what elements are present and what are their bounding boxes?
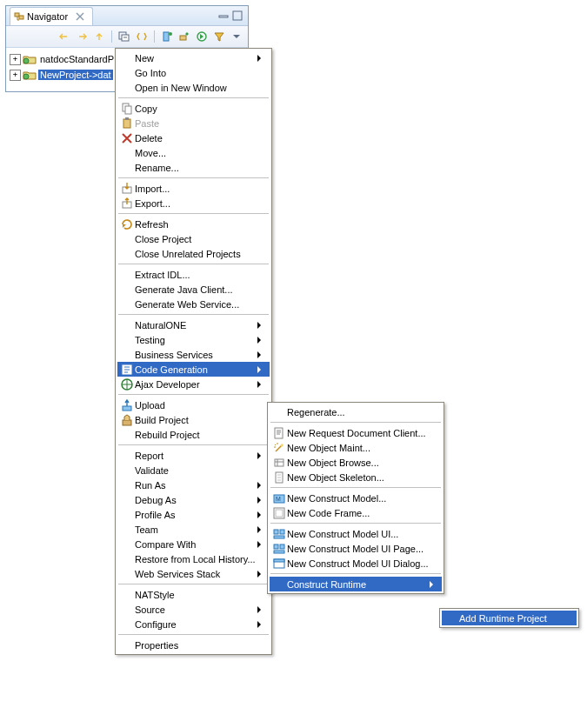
up-icon[interactable]: [91, 29, 107, 44]
expander-icon[interactable]: +: [10, 70, 21, 81]
menu-item-extract-idl[interactable]: Extract IDL...: [117, 267, 270, 282]
delete-icon: [119, 131, 135, 145]
codegen-item-new-object-skeleton[interactable]: New Object Skeleton...: [270, 470, 442, 484]
svg-rect-0: [15, 13, 19, 17]
menu-item-rename[interactable]: Rename...: [117, 160, 270, 175]
codegen-item-regenerate[interactable]: Regenerate...: [270, 404, 442, 419]
expander-icon[interactable]: +: [10, 54, 21, 65]
codegen-item-new-code-frame[interactable]: New Code Frame...: [270, 505, 442, 520]
menu-item-go-into[interactable]: Go Into: [117, 65, 270, 80]
maximize-icon[interactable]: [230, 9, 244, 23]
menu-item-label: Configure: [135, 619, 254, 630]
menu-item-delete[interactable]: Delete: [117, 130, 270, 145]
menu-item-compare-with[interactable]: Compare With: [117, 537, 270, 551]
refresh-icon: [119, 217, 135, 231]
menu-item-web-services-stack[interactable]: Web Services Stack: [117, 566, 270, 581]
navigator-tab[interactable]: Navigator: [10, 7, 93, 25]
codegen-item-new-construct-model-ui[interactable]: New Construct Model UI...: [270, 526, 442, 541]
menu-item-validate[interactable]: Validate: [117, 463, 270, 478]
toolbar-icon-2[interactable]: [177, 29, 192, 44]
forward-icon[interactable]: [74, 29, 90, 44]
navigator-tab-icon: [13, 10, 27, 23]
menu-item-label: Delete: [135, 133, 254, 144]
skel-icon: [271, 471, 287, 484]
codegen-item-construct-runtime[interactable]: Construct Runtime: [270, 577, 442, 591]
blank-icon: [119, 66, 135, 80]
toolbar-icon-1[interactable]: [159, 29, 175, 44]
menu-item-label: Properties: [135, 640, 254, 651]
menu-item-source[interactable]: Source: [117, 602, 270, 617]
construct-runtime-submenu: Add Runtime Project: [439, 608, 579, 628]
menu-item-team[interactable]: Team: [117, 522, 270, 537]
svg-rect-6: [163, 32, 169, 41]
menu-item-configure[interactable]: Configure: [117, 617, 270, 631]
svg-rect-33: [274, 544, 278, 549]
menu-item-profile-as[interactable]: Profile As: [117, 507, 270, 522]
menu-item-properties[interactable]: Properties: [117, 638, 270, 652]
codegen-item-new-object-browse[interactable]: New Object Browse...: [270, 455, 442, 470]
collapse-all-icon[interactable]: [117, 29, 132, 44]
menu-item-ajax-developer[interactable]: Ajax Developer: [117, 377, 270, 391]
menu-item-paste[interactable]: Paste: [117, 116, 270, 130]
context-menu: NewGo IntoOpen in New WindowCopyPasteDel…: [115, 48, 272, 655]
menu-item-move[interactable]: Move...: [117, 145, 270, 160]
blank-icon: [119, 297, 135, 311]
link-icon[interactable]: [134, 29, 150, 44]
menu-item-code-generation[interactable]: Code Generation: [117, 362, 270, 377]
svg-rect-35: [274, 551, 284, 553]
menu-item-restore-from-local-history[interactable]: Restore from Local History...: [117, 551, 270, 566]
view-menu-icon[interactable]: [229, 29, 244, 44]
svg-rect-20: [123, 406, 131, 411]
menu-item-new[interactable]: New: [117, 50, 270, 65]
menu-item-report[interactable]: Report: [117, 448, 270, 463]
blank-icon: [119, 449, 135, 463]
menu-item-export[interactable]: Export...: [117, 196, 270, 210]
blank-icon: [271, 578, 287, 591]
menu-separator: [118, 394, 269, 395]
menu-item-generate-web-service[interactable]: Generate Web Service...: [117, 297, 270, 311]
menu-item-refresh[interactable]: Refresh: [117, 217, 270, 231]
blank-icon: [119, 146, 135, 160]
menu-item-import[interactable]: Import...: [117, 181, 270, 196]
codegen-item-new-construct-model-ui-page[interactable]: New Construct Model UI Page...: [270, 541, 442, 556]
menu-item-rebuild-project[interactable]: Rebuild Project: [117, 427, 270, 442]
menu-item-label: Web Services Stack: [135, 569, 254, 579]
menu-item-close-unrelated-projects[interactable]: Close Unrelated Projects: [117, 246, 270, 261]
menu-item-label: Profile As: [135, 510, 254, 520]
codegen-item-new-construct-model-ui-dialog[interactable]: New Construct Model UI Dialog...: [270, 556, 442, 571]
project-folder-icon: [23, 69, 37, 81]
svg-rect-3: [233, 11, 242, 20]
menu-item-generate-java-client[interactable]: Generate Java Client...: [117, 282, 270, 297]
menu-item-upload[interactable]: Upload: [117, 397, 270, 412]
menu-item-natstyle[interactable]: NATStyle: [117, 587, 270, 602]
project-folder-icon: [23, 53, 37, 65]
menu-item-build-project[interactable]: Build Project: [117, 412, 270, 427]
menu-item-label: Extract IDL...: [135, 270, 254, 280]
filter-icon[interactable]: [211, 29, 227, 44]
back-icon[interactable]: [57, 29, 72, 44]
svg-rect-37: [274, 559, 284, 562]
menu-item-close-project[interactable]: Close Project: [117, 231, 270, 246]
cmuid-icon: [271, 557, 287, 571]
tree-item-label: natdocStandardP: [38, 54, 116, 64]
menu-item-label: Construct Runtime: [287, 579, 426, 590]
menu-item-copy[interactable]: Copy: [117, 101, 270, 116]
menu-item-label: New Request Document Client...: [287, 428, 433, 438]
codegen-item-new-request-document-client[interactable]: New Request Document Client...: [270, 425, 442, 440]
close-tab-icon[interactable]: [73, 10, 87, 23]
toolbar-icon-3[interactable]: [194, 29, 210, 44]
menu-item-naturalone[interactable]: NaturalONE: [117, 317, 270, 332]
minimize-icon[interactable]: [217, 9, 230, 23]
menu-item-business-services[interactable]: Business Services: [117, 347, 270, 362]
blank-icon: [119, 638, 135, 652]
codegen-item-new-object-maint[interactable]: New Object Maint...: [270, 440, 442, 455]
svg-text:M: M: [276, 496, 281, 502]
runtime-item-add-runtime-project[interactable]: Add Runtime Project: [442, 611, 577, 625]
menu-item-open-in-new-window[interactable]: Open in New Window: [117, 80, 270, 95]
menu-item-debug-as[interactable]: Debug As: [117, 492, 270, 507]
menu-item-label: Open in New Window: [135, 83, 254, 93]
codegen-item-new-construct-model[interactable]: MNew Construct Model...: [270, 491, 442, 505]
ajax-icon: [119, 377, 135, 391]
menu-item-run-as[interactable]: Run As: [117, 478, 270, 492]
menu-item-testing[interactable]: Testing: [117, 332, 270, 347]
